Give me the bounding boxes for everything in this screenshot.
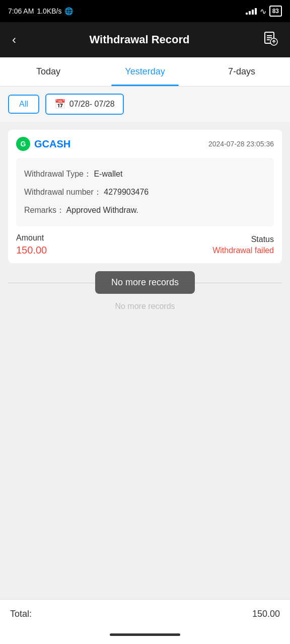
status-left: 7:06 AM 1.0KB/s 🌐 xyxy=(8,7,73,15)
gcash-icon: G xyxy=(16,137,30,151)
provider-name: GCASH xyxy=(34,138,70,150)
gcash-logo: G GCASH xyxy=(16,137,70,151)
filter-bar: All 📅 07/28- 07/28 xyxy=(0,87,290,122)
remarks-value: Approved Withdraw. xyxy=(66,206,138,214)
app-header: ‹ Withdrawal Record xyxy=(0,22,290,57)
amount-value: 150.00 xyxy=(16,245,47,256)
status-section: Status Withdrawal failed xyxy=(212,235,274,255)
network-icons: 🌐 xyxy=(64,7,73,15)
wifi-icon: ∿ xyxy=(260,7,266,16)
battery-indicator: 83 xyxy=(269,6,282,17)
withdrawal-number-value: 4279903476 xyxy=(104,188,149,196)
tab-yesterday[interactable]: Yesterday xyxy=(97,57,193,86)
network-speed: 1.0KB/s xyxy=(37,7,61,15)
home-indicator xyxy=(0,628,290,644)
withdrawal-number-label: Withdrawal number： xyxy=(24,188,102,196)
filter-date-button[interactable]: 📅 07/28- 07/28 xyxy=(45,94,124,115)
record-header: G GCASH 2024-07-28 23:05:36 xyxy=(8,130,282,158)
status-bar: 7:06 AM 1.0KB/s 🌐 ∿ 83 xyxy=(0,0,290,22)
tab-bar: Today Yesterday 7-days xyxy=(0,57,290,87)
main-content: G GCASH 2024-07-28 23:05:36 Withdrawal T… xyxy=(0,122,290,599)
status-label: Status xyxy=(251,235,274,244)
record-footer: Amount 150.00 Status Withdrawal failed xyxy=(8,226,282,263)
no-more-records-ghost: No more records xyxy=(8,302,282,311)
withdrawal-type-row: Withdrawal Type： E-wallet xyxy=(24,165,266,183)
record-timestamp: 2024-07-28 23:05:36 xyxy=(208,140,274,148)
tab-today[interactable]: Today xyxy=(0,57,97,86)
amount-section: Amount 150.00 xyxy=(16,233,47,256)
home-bar xyxy=(110,633,180,636)
status-right: ∿ 83 xyxy=(246,6,282,17)
no-more-records-wrap: No more records xyxy=(8,271,282,294)
calendar-icon: 📅 xyxy=(54,99,65,110)
status-value: Withdrawal failed xyxy=(212,246,274,255)
record-details: Withdrawal Type： E-wallet Withdrawal num… xyxy=(16,158,274,226)
remarks-row: Remarks： Approved Withdraw. xyxy=(24,201,266,219)
signal-icon xyxy=(246,8,257,15)
no-more-records-label: No more records xyxy=(111,277,179,287)
withdrawal-record-card: G GCASH 2024-07-28 23:05:36 Withdrawal T… xyxy=(8,130,282,263)
amount-label: Amount xyxy=(16,233,47,243)
back-button[interactable]: ‹ xyxy=(8,29,20,51)
withdrawal-number-row: Withdrawal number： 4279903476 xyxy=(24,183,266,201)
filter-all-button[interactable]: All xyxy=(8,95,39,114)
time-display: 7:06 AM xyxy=(8,7,34,15)
withdrawal-type-value: E-wallet xyxy=(94,170,122,178)
total-value: 150.00 xyxy=(252,609,280,619)
withdrawal-type-label: Withdrawal Type： xyxy=(24,170,92,178)
page-title: Withdrawal Record xyxy=(89,33,189,46)
bottom-total-bar: Total: 150.00 xyxy=(0,599,290,628)
upload-report-icon[interactable] xyxy=(259,27,282,53)
date-range-label: 07/28- 07/28 xyxy=(69,100,115,109)
remarks-label: Remarks： xyxy=(24,206,64,214)
tab-7days[interactable]: 7-days xyxy=(193,57,290,86)
total-label: Total: xyxy=(10,609,32,619)
no-more-records-toast: No more records xyxy=(95,271,195,294)
